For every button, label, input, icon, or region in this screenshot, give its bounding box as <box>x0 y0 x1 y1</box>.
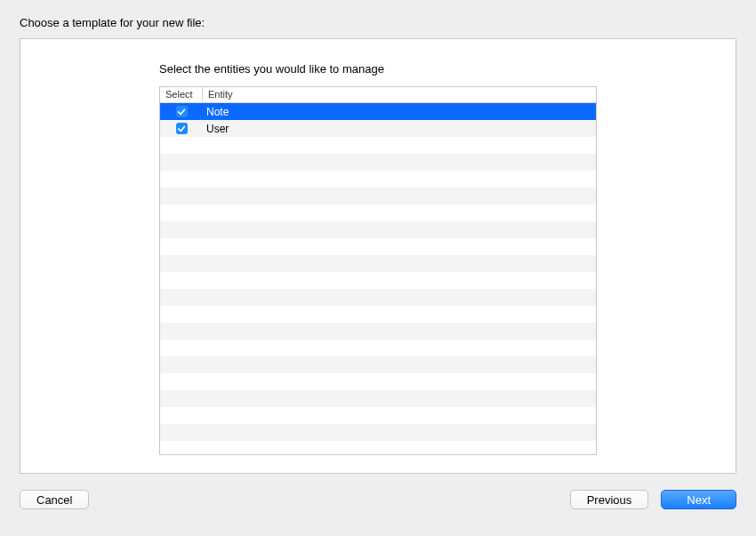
table-row[interactable]: Note <box>160 103 596 120</box>
column-header-select[interactable]: Select <box>160 87 203 102</box>
table-header: Select Entity <box>160 87 596 103</box>
next-button[interactable]: Next <box>661 490 736 509</box>
table-row-empty <box>160 221 596 238</box>
page-title: Choose a template for your new file: <box>20 16 736 29</box>
table-row-empty <box>160 188 596 204</box>
table-row-empty <box>160 373 596 390</box>
cell-select <box>160 106 203 117</box>
table-row-empty <box>160 407 596 424</box>
table-row-empty <box>160 255 596 272</box>
cancel-button[interactable]: Cancel <box>20 490 89 509</box>
table-row-empty <box>160 390 596 407</box>
table-row-empty <box>160 289 596 306</box>
previous-button[interactable]: Previous <box>570 490 649 509</box>
cell-entity: Note <box>203 106 596 118</box>
table-row-empty <box>160 424 596 441</box>
table-row-empty <box>160 154 596 171</box>
table-row-empty <box>160 306 596 323</box>
table-row-empty <box>160 323 596 340</box>
table-row-empty <box>160 441 596 454</box>
table-body: NoteUser <box>160 103 596 454</box>
table-row-empty <box>160 137 596 154</box>
table-row-empty <box>160 272 596 289</box>
panel-subtitle: Select the entities you would like to ma… <box>159 62 597 76</box>
table-row[interactable]: User <box>160 120 596 137</box>
table-row-empty <box>160 340 596 356</box>
checkbox[interactable] <box>176 123 188 134</box>
table-row-empty <box>160 238 596 255</box>
table-row-empty <box>160 356 596 373</box>
cell-entity: User <box>203 123 596 135</box>
entities-table: Select Entity NoteUser <box>159 86 597 455</box>
wizard-frame: Select the entities you would like to ma… <box>20 38 736 474</box>
column-header-entity[interactable]: Entity <box>203 87 596 102</box>
table-row-empty <box>160 204 596 221</box>
footer-bar: Cancel Previous Next <box>20 490 736 509</box>
checkbox[interactable] <box>176 106 188 117</box>
cell-select <box>160 123 203 134</box>
table-row-empty <box>160 171 596 188</box>
